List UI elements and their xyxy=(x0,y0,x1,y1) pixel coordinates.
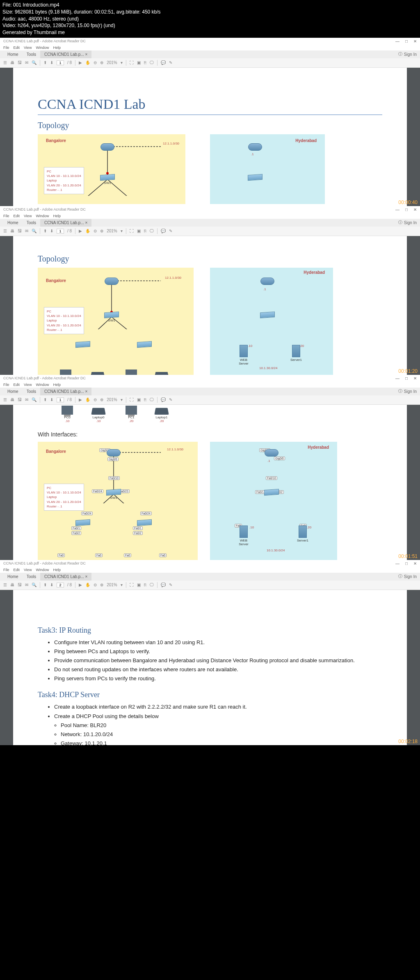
file-gen: Generated by Thumbnail me xyxy=(2,29,418,36)
router-bangalore xyxy=(99,143,116,151)
task3-item: Provide communication between Bangalore … xyxy=(54,656,382,665)
zoom-out-icon[interactable]: ⊖ xyxy=(94,60,97,65)
window-title: CCNA ICND1 Lab.pdf - Adobe Acrobat Reade… xyxy=(3,39,86,44)
task3-item: Do not send routing updates on the inter… xyxy=(54,665,382,674)
switch-sw1: SW1 xyxy=(99,174,116,185)
task4-subitem: Pool Name: BLR20 xyxy=(61,721,382,730)
doc-title: CCNA ICND1 Lab xyxy=(38,96,382,115)
zoom-in-icon[interactable]: ⊕ xyxy=(100,60,103,65)
tab-bar: Home Tools CCNA ICND1 Lab.p... × ⓘSign I… xyxy=(0,50,420,58)
hyderabad-label: Hyderabad xyxy=(295,138,317,143)
fit-width-icon[interactable]: ⛶ xyxy=(130,60,134,65)
task4-subitem: Network: 10.1.20.0/24 xyxy=(61,730,382,739)
zoom-level[interactable]: 201% xyxy=(107,60,117,65)
file-video: Video: h264, yuv420p, 1280x720, 15.00 fp… xyxy=(2,22,418,29)
hand-icon[interactable]: ✋ xyxy=(85,60,90,65)
file-name: File: 001 Introduction.mp4 xyxy=(2,2,418,9)
fit-page-icon[interactable]: ▣ xyxy=(137,60,141,65)
file-size: Size: 9628081 bytes (9.18 MiB), duration… xyxy=(2,9,418,16)
wan-subnet-label: 12.1.1.0/30 xyxy=(163,142,179,145)
page-up-icon[interactable]: ⬆ xyxy=(43,60,47,65)
menu-window[interactable]: Window xyxy=(36,46,49,50)
task3-title: Task3: IP Routing xyxy=(38,626,382,635)
view-icon[interactable]: 🖵 xyxy=(150,60,154,65)
task4-subitem: Gateway: 10.1.20.1 xyxy=(61,739,382,745)
signin-link[interactable]: Sign In xyxy=(404,52,417,57)
menu-view[interactable]: View xyxy=(24,46,32,50)
topology-full: Bangalore Hyderabad xyxy=(38,268,382,375)
file-audio: Audio: aac, 48000 Hz, stereo (und) xyxy=(2,16,418,23)
task4-sublist: Pool Name: BLR20 Network: 10.1.20.0/24 G… xyxy=(61,721,382,745)
task4-list: Create a loopback interface on R2 with 2… xyxy=(54,702,382,721)
close-button[interactable]: ✕ xyxy=(413,39,417,44)
dot1-label: .1 xyxy=(251,152,254,156)
switch-sw2 xyxy=(247,174,263,180)
page-down-icon[interactable]: ⬇ xyxy=(50,60,53,65)
tab-home[interactable]: Home xyxy=(3,50,23,58)
task3-item: Ping between PCs and Laptops to verify. xyxy=(54,647,382,656)
file-info-header: File: 001 Introduction.mp4 Size: 9628081… xyxy=(0,0,420,38)
menu-help[interactable]: Help xyxy=(53,46,61,50)
menu-bar: File Edit View Window Help xyxy=(0,45,420,50)
if-gig00-l: Gig0/0 xyxy=(107,457,119,461)
task3-list: Configure Inter VLAN routing between vla… xyxy=(54,638,382,683)
pdf-viewport-3[interactable]: PC0.10 Laptop0.10 PC1.20 Laptop1.20 With… xyxy=(0,405,420,560)
menu-file[interactable]: File xyxy=(3,46,9,50)
tab-document[interactable]: CCNA ICND1 Lab.p... × xyxy=(40,50,91,58)
minimize-button[interactable]: — xyxy=(395,39,399,44)
pdf-page: CCNA ICND1 Lab Topology Bangalore Hydera… xyxy=(13,68,407,206)
if-gig00-r: Gig0/0 xyxy=(274,457,285,460)
frame-2: CCNA ICND1 Lab.pdf - Adobe Acrobat Reade… xyxy=(0,206,420,375)
task3-item: Ping servers from PCs to verify the rout… xyxy=(54,674,382,683)
topology-heading: Topology xyxy=(38,121,382,130)
search-icon[interactable]: 🔍 xyxy=(32,60,37,65)
frame-timestamp: 00:00:40 xyxy=(398,200,418,205)
save-icon[interactable]: 🖫 xyxy=(18,60,22,65)
topology-interfaces: Bangalore Hyderabad xyxy=(38,442,382,560)
email-icon[interactable]: ✉ xyxy=(25,60,28,65)
maximize-button[interactable]: □ xyxy=(405,39,408,44)
pdf-viewport-4[interactable]: Task3: IP Routing Configure Inter VLAN r… xyxy=(0,590,420,745)
print-icon[interactable]: 🖶 xyxy=(10,60,14,65)
frame-3: CCNA ICND1 Lab.pdf - Adobe Acrobat Reade… xyxy=(0,375,420,560)
read-mode-icon[interactable]: ⎘ xyxy=(144,60,146,65)
task4-item: Create a DHCP Pool using the details bel… xyxy=(54,712,382,721)
frame-1: CCNA ICND1 Lab.pdf - Adobe Acrobat Reade… xyxy=(0,38,420,206)
frame-4: CCNA ICND1 Lab.pdf - Adobe Acrobat Reade… xyxy=(0,560,420,745)
toolbar: ☰ 🖶 🖫 ✉ 🔍 ⬆ ⬇ / 8 ▶ ✋ ⊖ ⊕ 201%▾ ⛶ ▣ ⎘ 🖵 … xyxy=(0,58,420,68)
tab-tools[interactable]: Tools xyxy=(23,50,40,58)
task3-item: Configure Inter VLAN routing between vla… xyxy=(54,638,382,647)
topology-diagram: Bangalore Hyderabad xyxy=(38,134,382,204)
page-total: / 8 xyxy=(67,60,72,65)
pdf-viewport-2[interactable]: Topology Bangalore Hyderabad xyxy=(0,236,420,375)
topology-heading: Topology xyxy=(38,254,382,264)
vlan-infobox: PC VLAN 10 - 10.1.10.0/24 Laptop VLAN 20… xyxy=(44,167,84,194)
task4-item: Create a loopback interface on R2 with 2… xyxy=(54,702,382,711)
window-title-bar: CCNA ICND1 Lab.pdf - Adobe Acrobat Reade… xyxy=(0,38,420,45)
menu-edit[interactable]: Edit xyxy=(14,46,20,50)
task4-title: Task4: DHCP Server xyxy=(38,691,382,699)
page-input[interactable] xyxy=(57,60,64,65)
sign-icon[interactable]: ✎ xyxy=(169,60,172,65)
bangalore-label: Bangalore xyxy=(46,138,66,143)
pdf-viewport[interactable]: CCNA ICND1 Lab Topology Bangalore Hydera… xyxy=(0,68,420,206)
help-icon[interactable]: ⓘ xyxy=(398,51,402,57)
sidebar-toggle-icon[interactable]: ☰ xyxy=(3,60,7,65)
pointer-icon[interactable]: ▶ xyxy=(79,60,82,65)
comment-icon[interactable]: 💬 xyxy=(161,60,166,65)
router-hyderabad xyxy=(247,143,263,151)
with-interfaces-heading: With Interfaces: xyxy=(38,431,382,438)
